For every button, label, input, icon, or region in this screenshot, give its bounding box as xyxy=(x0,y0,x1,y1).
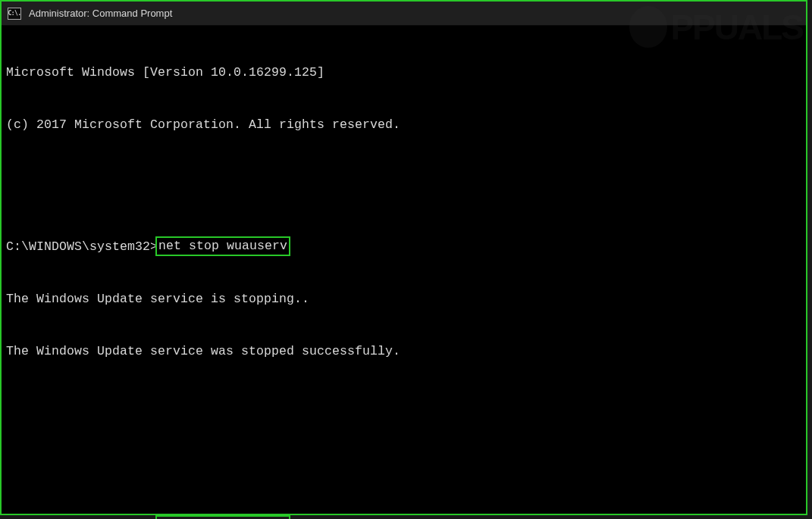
watermark-logo: PPUALS xyxy=(629,6,803,48)
cmd-icon-glyph: C:\. xyxy=(8,10,20,17)
output-line: The Windows Update service is stopping.. xyxy=(6,290,804,308)
output-line: (c) 2017 Microsoft Corporation. All righ… xyxy=(6,116,804,133)
terminal-output-area[interactable]: Microsoft Windows [Version 10.0.16299.12… xyxy=(2,26,806,519)
window-title: Administrator: Command Prompt xyxy=(29,8,172,19)
highlighted-command: net stop wuauserv xyxy=(155,236,290,256)
highlighted-command: net stop cryptSvc xyxy=(155,515,290,519)
output-line: The Windows Update service was stopped s… xyxy=(6,342,804,360)
blank-line xyxy=(6,447,804,464)
blank-line xyxy=(6,395,804,412)
command-line: C:\WINDOWS\system32> net stop wuauserv xyxy=(6,238,804,255)
prompt: C:\WINDOWS\system32> xyxy=(6,238,158,255)
cmd-icon: C:\. xyxy=(8,8,21,20)
watermark-text: PPUALS xyxy=(670,7,803,48)
blank-line xyxy=(6,168,804,186)
command-prompt-window: C:\. Administrator: Command Prompt Micro… xyxy=(0,0,807,515)
output-line: Microsoft Windows [Version 10.0.16299.12… xyxy=(6,64,804,81)
watermark-head-icon xyxy=(629,6,667,48)
